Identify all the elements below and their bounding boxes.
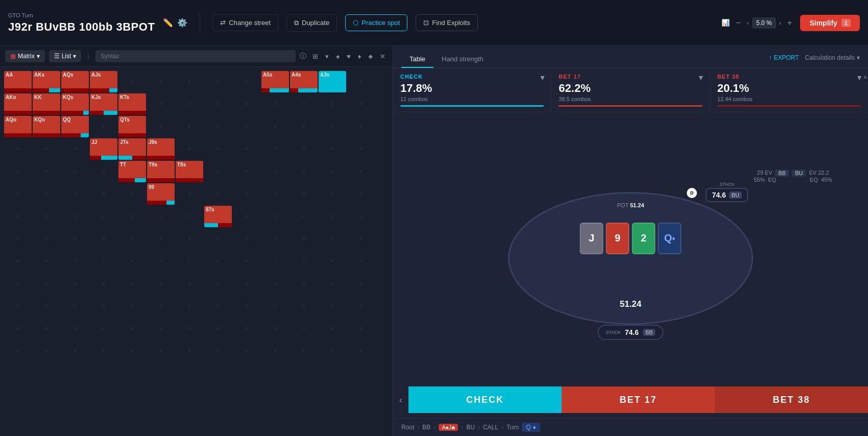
- list-select[interactable]: ☰ List ▾: [49, 50, 82, 62]
- matrix-cell: ×: [4, 161, 32, 182]
- bc-sep-1: ›: [417, 424, 419, 431]
- matrix-cell[interactable]: KQs: [61, 93, 89, 115]
- matrix-cell[interactable]: TT: [118, 161, 146, 182]
- matrix-cell[interactable]: KTs: [118, 93, 146, 115]
- matrix-select[interactable]: ▦ Matrix ▾: [5, 50, 45, 62]
- bb-player-chip: STACK 74.6 BB: [597, 325, 663, 340]
- check-action-name: CHECK: [400, 74, 544, 80]
- matrix-cell[interactable]: J9s: [147, 138, 175, 160]
- app-subtitle: GTO Turn: [8, 12, 155, 18]
- matrix-cell: ×: [347, 206, 375, 227]
- matrix-cell[interactable]: JTs: [118, 138, 146, 160]
- suit-icon-3[interactable]: ♦: [356, 51, 364, 62]
- matrix-cell: ×: [33, 341, 60, 362]
- matrix-cell[interactable]: AQs: [61, 71, 89, 92]
- suit-icon-4[interactable]: ♣: [366, 51, 375, 62]
- breadcrumb-hand-tag[interactable]: A♠J♣: [439, 424, 458, 431]
- matrix-cell[interactable]: KQo: [33, 116, 60, 137]
- edit-icon[interactable]: ✏️: [163, 18, 173, 28]
- export-button[interactable]: ↑ EXPORT: [768, 54, 799, 61]
- cell-label: JTs: [120, 139, 129, 145]
- matrix-cell: ×: [319, 161, 346, 182]
- matrix-cell[interactable]: AA: [4, 71, 32, 92]
- matrix-cell: ×: [176, 251, 203, 272]
- matrix-cell[interactable]: JJ: [90, 138, 117, 160]
- settings-icon[interactable]: ⚙️: [177, 18, 187, 28]
- matrix-cell[interactable]: T8s: [176, 161, 203, 182]
- bb-eq-pct: 55%: [754, 177, 765, 183]
- matrix-cell[interactable]: A4s: [290, 71, 318, 92]
- matrix-cell[interactable]: KJs: [90, 93, 117, 115]
- grid-chevron-icon[interactable]: ▾: [323, 51, 331, 62]
- duplicate-button[interactable]: ⧉ Duplicate: [286, 14, 337, 32]
- matrix-cell: ×: [61, 183, 89, 205]
- matrix-cell: ×: [147, 71, 175, 92]
- matrix-cell[interactable]: 87s: [204, 206, 232, 227]
- grid-view-icon[interactable]: ⊞: [310, 51, 320, 62]
- bet17-filter-icon[interactable]: ▼: [697, 74, 705, 82]
- suit-icon-1[interactable]: ♠: [334, 51, 342, 62]
- breadcrumb-card[interactable]: Q ♦: [522, 423, 540, 432]
- change-street-button[interactable]: ⇄ Change street: [212, 14, 278, 31]
- card-J: J: [580, 223, 604, 254]
- card-9: 9: [606, 223, 630, 254]
- bet38-action-button[interactable]: BET 38: [715, 386, 868, 413]
- breadcrumb-bb[interactable]: BB: [422, 424, 430, 431]
- matrix-cell[interactable]: 99: [147, 183, 175, 205]
- suit-icon-2[interactable]: ♥: [345, 51, 353, 62]
- matrix-cell: ×: [33, 183, 60, 205]
- collapse-panel-button[interactable]: »: [863, 74, 867, 81]
- syntax-input[interactable]: [95, 50, 296, 62]
- bet38-filter-icon[interactable]: ▼: [856, 74, 863, 82]
- bu-eq-pct: 45%: [821, 177, 832, 183]
- simplify-button[interactable]: Simplify 1: [800, 15, 860, 31]
- cell-label: T9s: [149, 162, 157, 167]
- zoom-minus-button[interactable]: −: [733, 17, 743, 29]
- matrix-cell[interactable]: T9s: [147, 161, 175, 182]
- check-bar: [400, 105, 544, 107]
- close-panel-icon[interactable]: ✕: [378, 51, 388, 62]
- matrix-cell: ×: [319, 296, 346, 317]
- matrix-cell: ×: [33, 228, 60, 250]
- matrix-cell: ×: [147, 296, 175, 317]
- tab-hand-strength[interactable]: Hand strength: [433, 51, 492, 68]
- matrix-cell[interactable]: QQ: [61, 116, 89, 137]
- matrix-cell[interactable]: AKo: [4, 93, 32, 115]
- matrix-cell[interactable]: AQo: [4, 116, 32, 137]
- matrix-cell: ×: [61, 341, 89, 362]
- matrix-cell: ×: [176, 183, 203, 205]
- practice-spot-button[interactable]: ⬡ Practice spot: [345, 14, 407, 31]
- matrix-cell: ×: [90, 206, 117, 227]
- check-action-button[interactable]: CHECK: [408, 386, 562, 413]
- matrix-cell[interactable]: KK: [33, 93, 60, 115]
- practice-icon: ⬡: [353, 19, 358, 27]
- matrix-cell: ×: [147, 251, 175, 272]
- matrix-cell: ×: [233, 273, 260, 295]
- right-panel: Table Hand strength ↑ EXPORT Calculation…: [393, 46, 868, 436]
- matrix-cell: ×: [290, 138, 318, 160]
- matrix-cell[interactable]: AJs: [90, 71, 117, 92]
- matrix-cell: ×: [261, 206, 289, 227]
- matrix-cell: ×: [233, 138, 260, 160]
- calc-details-button[interactable]: Calculation details ▾: [805, 54, 860, 61]
- matrix-cell: ×: [61, 296, 89, 317]
- info-icon: ⓘ: [300, 52, 306, 61]
- bet17-action-button[interactable]: BET 17: [562, 386, 715, 413]
- breadcrumb-bu[interactable]: BU: [466, 424, 475, 431]
- prev-action-button[interactable]: ‹: [393, 395, 408, 405]
- check-filter-icon[interactable]: ▼: [539, 74, 546, 82]
- matrix-cell[interactable]: AKs: [33, 71, 60, 92]
- matrix-icon: ▦: [10, 53, 16, 60]
- matrix-cell[interactable]: QTs: [118, 116, 146, 137]
- matrix-cell: ×: [347, 228, 375, 250]
- matrix-cell: ×: [261, 116, 289, 137]
- breadcrumb-root[interactable]: Root: [401, 424, 414, 431]
- matrix-cell: ×: [4, 228, 32, 250]
- matrix-cell[interactable]: A5s: [261, 71, 289, 92]
- breadcrumb-call[interactable]: CALL: [483, 424, 498, 431]
- matrix-cell[interactable]: A3s: [319, 71, 346, 92]
- breadcrumb-turn[interactable]: Turn: [507, 424, 519, 431]
- zoom-plus-button[interactable]: +: [784, 17, 795, 29]
- find-exploits-button[interactable]: ⊡ Find Exploits: [416, 14, 477, 31]
- tab-table[interactable]: Table: [401, 51, 433, 68]
